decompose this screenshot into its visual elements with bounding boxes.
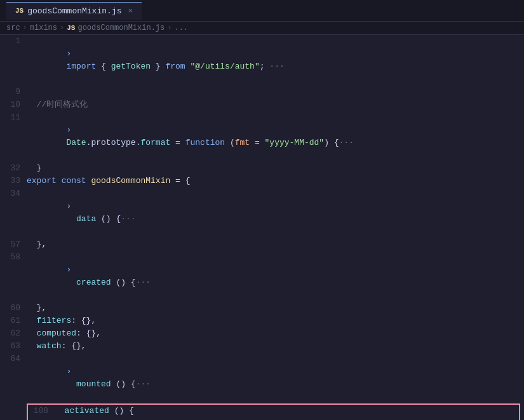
tab-filename: goodsCommonMixin.js — [27, 6, 121, 16]
code-line-63: 63 watch: {}, — [0, 340, 524, 353]
tab-close-icon[interactable]: × — [128, 6, 133, 16]
fold-arrow-1[interactable]: › — [66, 49, 71, 58]
code-content: 1 › import { getToken } from "@/utils/au… — [0, 35, 524, 420]
fold-arrow-11[interactable]: › — [66, 125, 71, 135]
code-line-1: 1 › import { getToken } from "@/utils/au… — [0, 35, 524, 86]
title-bar: JS goodsCommonMixin.js × — [0, 0, 524, 22]
code-line-108: 108 activated () { — [28, 405, 519, 417]
code-line-11: 11 › Date.prototype.format = function (f… — [0, 111, 524, 162]
code-line-34: 34 › data () {··· — [0, 187, 524, 238]
editor-area: 1 › import { getToken } from "@/utils/au… — [0, 35, 524, 420]
code-line-10: 10 //时间格式化 — [0, 98, 524, 111]
js-icon: JS — [15, 7, 24, 15]
code-line-109: 109 this.getSetTableHeight(); — [28, 417, 519, 420]
fold-arrow-58[interactable]: › — [66, 265, 71, 274]
code-line-9: 9 — [0, 86, 524, 98]
code-line-60: 60 }, — [0, 302, 524, 315]
fold-arrow-64[interactable]: › — [66, 367, 71, 376]
highlight-outer: 108 activated () { 109 this.getSetTableH… — [27, 403, 520, 420]
code-line-32: 32 } — [0, 162, 524, 175]
code-line-62: 62 computed: {}, — [0, 327, 524, 340]
code-line-57: 57 }, — [0, 238, 524, 251]
fold-arrow-34[interactable]: › — [66, 201, 71, 211]
code-line-33: 33 export const goodsCommonMixin = { — [0, 175, 524, 187]
editor-tab[interactable]: JS goodsCommonMixin.js × — [6, 2, 142, 20]
code-line-64: 64 › mounted () {··· — [0, 353, 524, 403]
code-line-58: 58 › created () {··· — [0, 251, 524, 302]
code-line-61: 61 filters: {}, — [0, 315, 524, 327]
breadcrumb: src › mixins › JS goodsCommonMixin.js › … — [0, 22, 524, 35]
